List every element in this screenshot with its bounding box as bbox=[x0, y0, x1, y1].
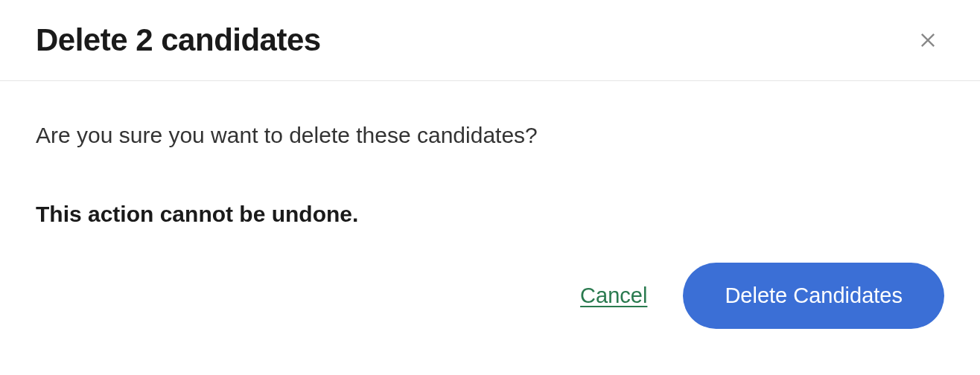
modal-body: Are you sure you want to delete these ca… bbox=[0, 81, 980, 245]
confirmation-message: Are you sure you want to delete these ca… bbox=[36, 123, 944, 148]
warning-message: This action cannot be undone. bbox=[36, 202, 944, 227]
modal-footer: Cancel Delete Candidates bbox=[0, 245, 980, 359]
cancel-button[interactable]: Cancel bbox=[580, 283, 647, 308]
modal-title: Delete 2 candidates bbox=[36, 22, 321, 58]
modal-header: Delete 2 candidates bbox=[0, 0, 980, 81]
close-icon bbox=[917, 30, 938, 51]
delete-candidates-modal: Delete 2 candidates Are you sure you wan… bbox=[0, 0, 980, 375]
close-button[interactable] bbox=[911, 24, 944, 57]
delete-candidates-button[interactable]: Delete Candidates bbox=[683, 263, 944, 329]
